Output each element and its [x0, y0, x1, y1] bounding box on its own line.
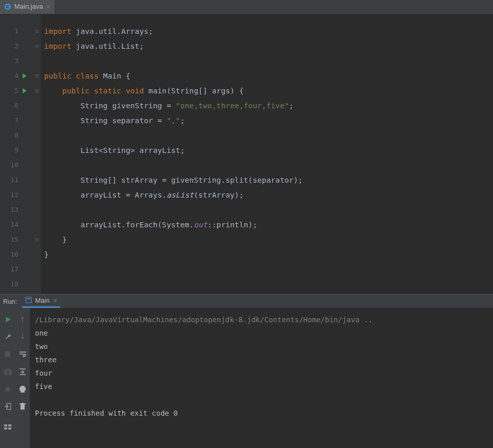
file-tab-main-java[interactable]: C Main.java × [0, 0, 54, 14]
console-line: three [35, 353, 493, 366]
gutter-row: 1⊟ [0, 24, 41, 38]
application-icon [25, 297, 32, 305]
svg-rect-3 [27, 298, 30, 299]
line-number: 13 [0, 206, 18, 213]
run-tab-main[interactable]: Main × [22, 295, 60, 308]
gutter-row: 9 [0, 143, 41, 158]
exit-icon[interactable] [3, 401, 13, 412]
close-icon[interactable]: × [53, 297, 57, 305]
line-number: 15 [0, 236, 18, 243]
gutter-row: 13 [0, 202, 41, 217]
camera-icon[interactable] [3, 366, 13, 377]
line-number: 17 [0, 265, 18, 273]
console-line: two [35, 340, 493, 353]
bug-icon[interactable] [3, 384, 13, 394]
svg-point-7 [7, 371, 9, 374]
gutter-row: 14 [0, 217, 41, 232]
stop-icon[interactable] [3, 349, 13, 359]
console-line: four [35, 366, 493, 380]
gutter-row: 11 [0, 172, 41, 187]
line-number: 5 [0, 87, 18, 94]
print-icon[interactable] [17, 384, 28, 394]
svg-rect-10 [4, 424, 7, 426]
run-tool-window: Run: Main × /Library/Java/J [0, 294, 493, 448]
run-label: Run: [3, 298, 17, 305]
tab-label: Main.java [14, 3, 43, 10]
scroll-to-end-icon[interactable] [17, 366, 28, 377]
svg-rect-6 [7, 368, 9, 370]
fold-icon[interactable]: ⊟ [35, 88, 39, 93]
gutter-row: 8 [0, 128, 41, 143]
editor-gutter: 1⊟2⊟34⊟5⊟6789101112131415⊟161718 [0, 14, 41, 294]
svg-rect-13 [8, 427, 11, 430]
run-header: Run: Main × [0, 294, 493, 308]
svg-rect-14 [21, 386, 25, 387]
line-number: 6 [0, 102, 18, 109]
editor-tab-bar: C Main.java × [0, 0, 493, 14]
java-class-icon: C [4, 3, 11, 10]
svg-rect-17 [21, 404, 25, 410]
svg-rect-11 [8, 424, 11, 426]
line-number: 3 [0, 57, 18, 65]
code-area[interactable]: import java.util.Arrays; import java.uti… [41, 14, 493, 294]
gutter-row: 15⊟ [0, 232, 41, 247]
line-number: 2 [0, 42, 18, 50]
fold-icon[interactable]: ⊟ [35, 43, 39, 49]
svg-rect-16 [21, 390, 25, 393]
gutter-row: 2⊟ [0, 38, 41, 53]
up-arrow-icon[interactable] [17, 314, 28, 324]
line-number: 11 [0, 176, 18, 184]
down-arrow-icon[interactable] [17, 332, 28, 342]
console-output[interactable]: /Library/Java/JavaVirtualMachines/adopto… [30, 308, 493, 448]
line-number: 10 [0, 161, 18, 169]
gutter-row: 6 [0, 98, 41, 113]
fold-icon[interactable]: ⊟ [35, 73, 39, 79]
line-number: 14 [0, 221, 18, 228]
rerun-icon[interactable] [3, 314, 13, 324]
line-number: 12 [0, 191, 18, 199]
line-number: 1 [0, 27, 18, 35]
fold-icon[interactable]: ⊟ [35, 28, 39, 34]
svg-rect-4 [5, 352, 10, 357]
line-number: 9 [0, 146, 18, 154]
console-command: /Library/Java/JavaVirtualMachines/adopto… [35, 313, 493, 326]
console-exit: Process finished with exit code 0 [35, 406, 493, 420]
wrench-icon[interactable] [3, 332, 13, 342]
console-line: one [35, 326, 493, 340]
gutter-row: 18 [0, 277, 41, 291]
gutter-row: 17 [0, 262, 41, 277]
svg-rect-12 [4, 427, 7, 430]
code-editor[interactable]: 1⊟2⊟34⊟5⊟6789101112131415⊟161718 import … [0, 14, 493, 294]
run-gutter-icon[interactable] [23, 73, 27, 79]
gutter-row: 16 [0, 247, 41, 262]
soft-wrap-icon[interactable] [17, 349, 28, 359]
svg-rect-2 [26, 297, 31, 303]
fold-icon[interactable]: ⊟ [35, 237, 39, 242]
run-tab-label: Main [35, 297, 49, 304]
svg-rect-19 [22, 403, 24, 403]
svg-rect-18 [20, 403, 26, 404]
gutter-row: 4⊟ [0, 68, 41, 83]
run-toolbar-secondary [15, 308, 30, 448]
svg-text:C: C [6, 4, 10, 9]
line-number: 8 [0, 131, 18, 139]
layout-icon[interactable] [3, 422, 13, 432]
run-toolbar-left [0, 308, 15, 448]
line-number: 18 [0, 280, 18, 288]
line-number: 7 [0, 116, 18, 124]
gutter-row: 7 [0, 113, 41, 128]
trash-icon[interactable] [17, 401, 28, 412]
gutter-row: 3 [0, 53, 41, 68]
gutter-row: 10 [0, 158, 41, 172]
line-number: 16 [0, 250, 18, 258]
gutter-row: 5⊟ [0, 83, 41, 98]
line-number: 4 [0, 72, 18, 80]
gutter-row: 12 [0, 187, 41, 202]
close-icon[interactable]: × [46, 3, 50, 11]
console-line: five [35, 380, 493, 393]
run-gutter-icon[interactable] [23, 88, 27, 93]
